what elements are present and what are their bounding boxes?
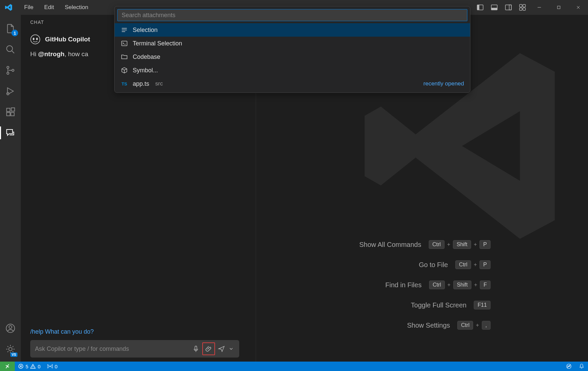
customize-layout-button[interactable] [515, 0, 530, 15]
quickpick-item-label: app.ts [133, 80, 149, 87]
activity-search[interactable] [0, 39, 21, 60]
keyboard-hints: Show All Commands Ctrl+ Shift+ P Go to F… [359, 240, 491, 330]
quickpick-item-label: Codebase [133, 53, 160, 61]
svg-point-17 [7, 72, 9, 74]
menu-file[interactable]: File [19, 1, 39, 14]
folder-icon [121, 53, 128, 61]
hint-keys: Ctrl+ Shift+ F [429, 281, 491, 289]
svg-point-29 [9, 347, 12, 351]
attach-context-button[interactable] [202, 342, 215, 355]
svg-rect-23 [7, 108, 10, 112]
microphone-button[interactable] [190, 342, 202, 355]
status-right [562, 363, 588, 369]
hint-label: Show Settings [407, 322, 450, 329]
quickpick-item-label: Selection [133, 27, 158, 34]
problems-button[interactable]: 5 0 [15, 362, 44, 371]
activity-accounts[interactable] [0, 318, 21, 339]
copilot-disabled-icon [566, 363, 572, 369]
hint-keys: F11 [474, 301, 491, 309]
quickpick-item-codebase[interactable]: Codebase [115, 50, 470, 64]
svg-rect-26 [11, 108, 15, 111]
hint-keys: Ctrl+ , [457, 321, 491, 330]
quickpick-item-terminal-selection[interactable]: Terminal Selection [115, 37, 470, 50]
svg-rect-11 [557, 6, 560, 9]
svg-point-42 [33, 367, 34, 368]
quickpick-item-selection[interactable]: Selection [115, 23, 470, 37]
hint-label: Toggle Full Screen [411, 301, 467, 309]
ports-count: 0 [55, 364, 57, 369]
svg-rect-9 [523, 8, 526, 10]
toggle-primary-sidebar-button[interactable] [473, 0, 487, 15]
svg-rect-24 [7, 112, 10, 116]
window-maximize-button[interactable] [549, 0, 569, 15]
toggle-secondary-sidebar-button[interactable] [501, 0, 515, 15]
list-icon [121, 26, 128, 34]
svg-rect-1 [477, 5, 479, 10]
svg-point-14 [7, 46, 13, 52]
hint-keys: Ctrl+ Shift+ P [429, 240, 491, 249]
error-icon [18, 364, 24, 369]
copilot-avatar-icon [30, 34, 40, 44]
chat-suggestion-link[interactable]: /help What can you do? [30, 328, 94, 335]
hint-keys: Ctrl+ P [455, 260, 491, 269]
ports-button[interactable]: 0 [44, 362, 61, 371]
remote-button[interactable] [0, 362, 15, 371]
menu-bar: File Edit Selection [19, 1, 94, 14]
activity-extensions[interactable] [0, 102, 21, 122]
vscode-logo-icon [5, 3, 13, 11]
svg-rect-33 [195, 346, 197, 350]
toggle-panel-button[interactable] [487, 0, 501, 15]
menu-selection[interactable]: Selection [59, 1, 94, 14]
hint-row: Show All Commands Ctrl+ Shift+ P [359, 240, 491, 249]
notifications-button[interactable] [575, 363, 588, 369]
svg-point-16 [7, 66, 9, 68]
svg-line-15 [12, 51, 14, 53]
quickpick-item-file[interactable]: TS app.ts src recently opened [115, 77, 470, 90]
svg-point-45 [568, 365, 569, 367]
svg-rect-37 [122, 41, 127, 46]
broadcast-icon [47, 364, 53, 369]
hint-row: Go to File Ctrl+ P [419, 260, 491, 269]
hint-row: Find in Files Ctrl+ Shift+ F [385, 281, 491, 289]
svg-point-32 [36, 38, 38, 40]
chat-input[interactable] [35, 345, 190, 353]
hint-label: Find in Files [385, 281, 422, 289]
send-button[interactable] [215, 342, 228, 355]
status-bar: 5 0 0 [0, 362, 588, 371]
quickpick-item-detail: src [155, 80, 163, 87]
window-minimize-button[interactable] [530, 0, 549, 15]
svg-point-31 [33, 38, 35, 40]
error-count: 5 [26, 364, 28, 369]
window-close-button[interactable] [569, 0, 588, 15]
typescript-icon: TS [121, 80, 128, 87]
box-icon [121, 67, 128, 74]
bell-icon [579, 363, 585, 369]
warning-icon [30, 364, 36, 369]
quickpick-item-symbol[interactable]: Symbol... [115, 64, 470, 77]
quickpick-list: Selection Terminal Selection Codebase Sy… [115, 23, 470, 90]
send-dropdown-button[interactable] [228, 342, 235, 355]
hint-row: Toggle Full Screen F11 [411, 301, 491, 309]
window-controls [473, 0, 588, 15]
quickpick-item-hint: recently opened [423, 80, 464, 87]
copilot-status-button[interactable] [562, 363, 575, 369]
explorer-badge: 1 [11, 30, 18, 36]
svg-point-28 [9, 326, 12, 329]
activity-chat[interactable] [0, 122, 21, 143]
svg-point-18 [12, 69, 14, 71]
activity-manage[interactable]: VS [0, 339, 21, 360]
svg-rect-4 [505, 5, 511, 10]
svg-rect-7 [523, 4, 526, 7]
hint-row: Show Settings Ctrl+ , [407, 321, 491, 330]
activity-source-control[interactable] [0, 60, 21, 81]
hint-label: Show All Commands [359, 241, 421, 249]
hint-label: Go to File [419, 261, 448, 269]
menu-edit[interactable]: Edit [39, 1, 59, 14]
svg-rect-3 [491, 8, 497, 10]
activity-explorer[interactable]: 1 [0, 18, 21, 39]
activity-bar: 1 VS [0, 15, 21, 362]
svg-point-30 [31, 35, 40, 44]
activity-run-debug[interactable] [0, 81, 21, 102]
svg-rect-25 [11, 112, 14, 116]
quickpick-input[interactable] [117, 9, 467, 21]
